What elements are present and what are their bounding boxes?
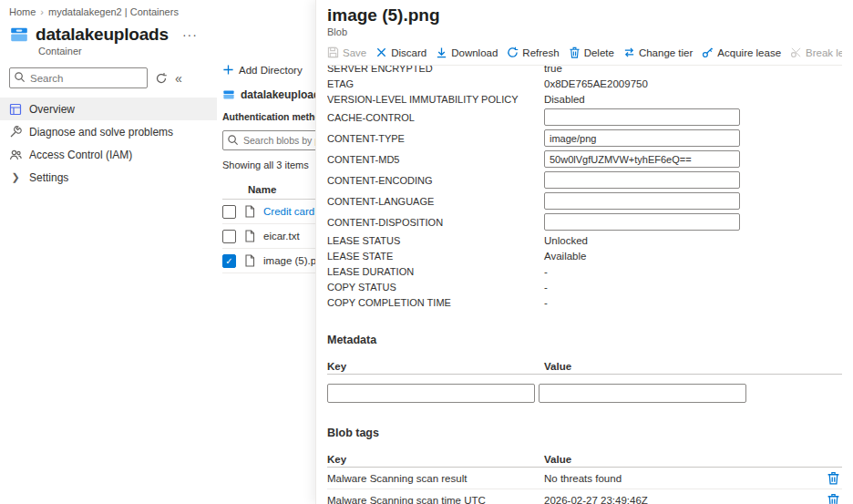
download-label: Download	[451, 47, 498, 58]
content-type-input[interactable]	[544, 129, 740, 147]
property-row-copy-completion-time: COPY COMPLETION TIME -	[327, 294, 842, 310]
close-icon	[375, 46, 387, 58]
cache-control-input[interactable]	[544, 108, 740, 126]
property-value: true	[544, 66, 562, 74]
break-lease-icon	[790, 46, 802, 58]
add-directory-button[interactable]: Add Directory	[222, 64, 303, 76]
property-label: LEASE DURATION	[327, 266, 544, 277]
blob-name-link[interactable]: image (5).png	[263, 255, 317, 266]
current-directory-label: datalakeuploads	[241, 88, 317, 101]
tag-value: 2026-02-27 23:49:46Z	[544, 495, 827, 504]
resource-menu: Overview Diagnose and solve problems Acc…	[0, 98, 217, 189]
tag-key: Malware Scanning scan result	[327, 473, 544, 484]
add-directory-label: Add Directory	[239, 65, 303, 76]
property-value: 0x8DE765AE2009750	[544, 78, 648, 89]
breadcrumb-separator-icon: ›	[40, 6, 44, 17]
property-value: Unlocked	[544, 235, 588, 246]
auth-method-label: Authentication method:	[222, 111, 317, 122]
trash-icon	[569, 46, 581, 58]
metadata-heading: Metadata	[327, 334, 842, 346]
content-encoding-input[interactable]	[544, 171, 740, 189]
sidebar-item-settings[interactable]: ❯ Settings	[0, 166, 217, 189]
content-disposition-input[interactable]	[544, 213, 740, 231]
property-label: LEASE STATUS	[327, 235, 544, 246]
blob-row[interactable]: Credit card -confid	[222, 200, 317, 224]
refresh-label: Refresh	[522, 47, 559, 58]
tags-key-header: Key	[327, 454, 544, 465]
sidebar-item-label: Access Control (IAM)	[29, 149, 132, 161]
property-row-immutability-policy: VERSION-LEVEL IMMUTABILITY POLICY Disabl…	[327, 91, 842, 107]
property-row-content-encoding: CONTENT-ENCODING	[327, 170, 842, 190]
container-icon	[9, 25, 29, 45]
sidebar-search-input[interactable]	[9, 67, 148, 88]
property-row-server-encrypted: SERVER ENCRYPTED true	[327, 66, 842, 76]
sidebar-item-diagnose[interactable]: Diagnose and solve problems	[0, 120, 217, 143]
property-row-content-type: CONTENT-TYPE	[327, 128, 842, 149]
breadcrumb-home-link[interactable]: Home	[9, 6, 36, 17]
delete-button[interactable]: Delete	[569, 46, 614, 58]
sidebar-item-label: Settings	[29, 171, 68, 184]
blob-title: image (5).png	[327, 5, 842, 26]
delete-label: Delete	[584, 47, 614, 58]
download-button[interactable]: Download	[436, 46, 498, 58]
column-header-name[interactable]: Name	[222, 180, 317, 200]
page-subtitle: Container	[0, 45, 217, 57]
tag-key: Malware Scanning scan time UTC	[327, 495, 544, 504]
property-value: -	[544, 297, 548, 308]
file-icon	[243, 230, 256, 242]
property-label: VERSION-LEVEL IMMUTABILITY POLICY	[327, 94, 544, 105]
metadata-key-header: Key	[327, 361, 544, 372]
blob-tags-heading: Blob tags	[327, 427, 842, 439]
change-tier-button[interactable]: Change tier	[623, 46, 693, 58]
property-row-lease-state: LEASE STATE Available	[327, 248, 842, 263]
refresh-menu-icon[interactable]	[155, 72, 168, 85]
content-md5-input[interactable]	[544, 150, 740, 168]
search-icon	[227, 134, 239, 146]
delete-tag-button[interactable]	[827, 471, 840, 485]
tag-row-scan-result: Malware Scanning scan result No threats …	[327, 468, 842, 489]
blob-properties-list: SERVER ENCRYPTED true ETAG 0x8DE765AE200…	[327, 66, 842, 310]
collapse-menu-button[interactable]: «	[175, 72, 182, 85]
file-icon	[243, 254, 256, 267]
swap-arrows-icon	[623, 46, 635, 58]
tags-value-header: Value	[544, 454, 571, 465]
blob-name-link[interactable]: Credit card -confid	[263, 206, 317, 217]
save-icon	[327, 46, 339, 58]
page-title: datalakeuploads	[36, 25, 169, 45]
row-checkbox-checked[interactable]: ✓	[222, 254, 236, 268]
refresh-button[interactable]: Refresh	[507, 46, 559, 58]
wrench-icon	[9, 126, 22, 139]
blob-row-selected[interactable]: ✓ image (5).png	[222, 249, 317, 273]
change-tier-label: Change tier	[639, 47, 693, 58]
break-lease-button[interactable]: Break lease	[790, 46, 842, 58]
blob-row[interactable]: eicar.txt	[222, 224, 317, 249]
more-options-button[interactable]: ···	[182, 27, 198, 42]
property-label: CONTENT-TYPE	[327, 133, 544, 144]
property-row-cache-control: CACHE-CONTROL	[327, 107, 842, 128]
lease-key-icon	[702, 46, 714, 58]
chevron-right-icon: ❯	[9, 171, 22, 183]
sidebar-item-access-control[interactable]: Access Control (IAM)	[0, 143, 217, 166]
blob-name-link[interactable]: eicar.txt	[263, 231, 300, 242]
plus-icon	[222, 64, 234, 76]
save-button[interactable]: Save	[327, 46, 366, 58]
acquire-lease-button[interactable]: Acquire lease	[702, 46, 781, 58]
blob-tags-table-header: Key Value	[327, 451, 842, 468]
sidebar-item-overview[interactable]: Overview	[0, 98, 217, 120]
content-language-input[interactable]	[544, 192, 740, 210]
property-value: Available	[544, 251, 586, 262]
property-row-etag: ETAG 0x8DE765AE2009750	[327, 76, 842, 91]
row-checkbox[interactable]	[222, 230, 236, 243]
file-icon	[243, 205, 256, 218]
blob-command-bar: Save Discard Download Refresh Delete	[327, 44, 842, 66]
property-value: -	[544, 282, 548, 293]
delete-tag-button[interactable]	[827, 493, 840, 504]
metadata-value-input[interactable]	[539, 384, 746, 403]
authentication-method: Authentication method: Access k	[222, 111, 317, 122]
resource-nav-pane: Home › mydatalakegen2 | Containers datal…	[0, 0, 217, 504]
property-label: SERVER ENCRYPTED	[327, 66, 544, 74]
metadata-key-input[interactable]	[327, 384, 535, 403]
property-row-content-md5: CONTENT-MD5	[327, 149, 842, 170]
row-checkbox[interactable]	[222, 205, 236, 219]
discard-button[interactable]: Discard	[375, 46, 426, 58]
